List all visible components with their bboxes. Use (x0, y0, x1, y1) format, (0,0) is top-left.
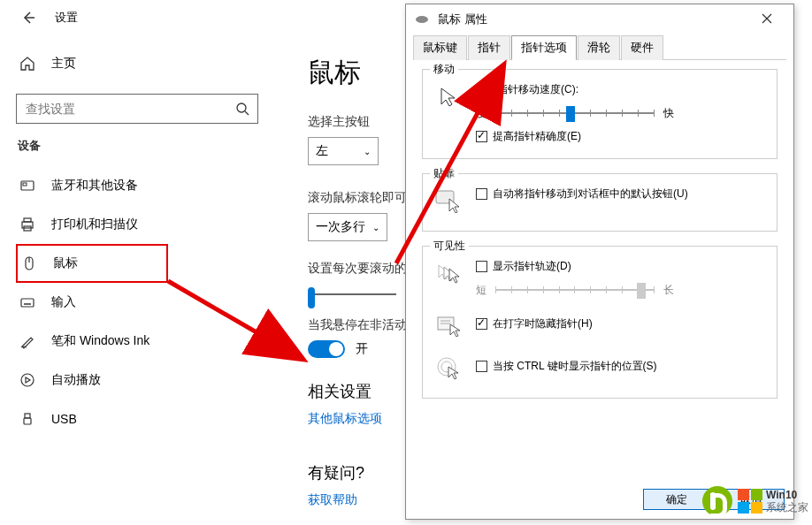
visibility-group-title: 可见性 (430, 239, 469, 254)
home-icon (18, 56, 37, 72)
lines-slider[interactable] (308, 284, 396, 305)
windows-flag-icon (738, 489, 762, 514)
nav-label: 蓝牙和其他设备 (51, 178, 138, 194)
svg-rect-4 (23, 183, 27, 186)
tab-hardware[interactable]: 硬件 (621, 35, 663, 60)
visibility-group: 可见性 显示指针轨迹(D) 短 (422, 246, 778, 399)
sidebar-item-autoplay[interactable]: 自动播放 (16, 361, 274, 399)
nav-list: 蓝牙和其他设备 打印机和扫描仪 鼠标 (16, 166, 274, 438)
search-input[interactable] (17, 95, 227, 123)
snap-group-title: 贴靠 (430, 166, 458, 181)
settings-title: 设置 (55, 10, 78, 26)
sidebar-item-usb[interactable]: USB (16, 399, 274, 438)
printers-icon (18, 217, 37, 232)
sidebar: 主页 设备 蓝牙和其他设备 (0, 35, 283, 525)
long-label: 长 (663, 283, 674, 298)
motion-group: 移动 选择指针移动速度(C): 慢 快 (422, 69, 778, 159)
dialog-title: 鼠标 属性 (438, 11, 749, 27)
select-value: 左 (316, 143, 328, 159)
sidebar-item-pen[interactable]: 笔和 Windows Ink (16, 322, 274, 361)
mouse-small-icon (415, 15, 429, 24)
sidebar-item-typing[interactable]: 输入 (16, 283, 274, 322)
chevron-down-icon: ⌄ (364, 147, 371, 156)
back-button[interactable] (18, 7, 39, 28)
ok-button[interactable]: 确定 (643, 489, 710, 510)
dialog-titlebar[interactable]: 鼠标 属性 (406, 4, 793, 34)
ctrl-locate-label: 当按 CTRL 键时显示指针的位置(S) (493, 359, 657, 374)
hover-toggle[interactable] (308, 340, 345, 358)
svg-point-15 (21, 374, 34, 386)
sidebar-item-printers[interactable]: 打印机和扫描仪 (16, 205, 274, 244)
dialog-body: 移动 选择指针移动速度(C): 慢 快 (406, 60, 793, 443)
select-value: 一次多行 (316, 219, 365, 235)
snap-icon (433, 186, 463, 217)
short-label: 短 (476, 283, 486, 298)
ctrl-locate-checkbox[interactable] (476, 361, 487, 372)
svg-line-2 (245, 111, 249, 115)
scroll-wheel-select[interactable]: 一次多行 ⌄ (308, 213, 387, 241)
close-button[interactable] (749, 11, 785, 27)
primary-button-select[interactable]: 左 ⌄ (308, 137, 379, 165)
trail-icon (433, 259, 463, 289)
enhance-precision-checkbox[interactable] (476, 131, 487, 142)
pointer-speed-slider[interactable] (495, 104, 655, 122)
watermark-logo-icon (702, 486, 732, 516)
hide-typing-icon (433, 311, 463, 341)
snap-checkbox[interactable] (476, 188, 487, 200)
mouse-icon (19, 255, 39, 271)
nav-label: USB (51, 412, 77, 426)
arrow-left-icon (20, 10, 36, 26)
toggle-state: 开 (356, 341, 368, 357)
search-box[interactable] (16, 94, 258, 124)
snap-group: 贴靠 自动将指针移动到对话框中的默认按钮(U) (422, 173, 778, 232)
nav-label: 鼠标 (53, 255, 78, 271)
svg-rect-16 (25, 414, 30, 418)
devices-heading: 设备 (18, 138, 274, 154)
trail-slider (495, 281, 655, 299)
watermark-line2: 系统之家 (766, 501, 808, 514)
svg-rect-10 (21, 299, 34, 307)
motion-text: 选择指针移动速度(C): (476, 82, 766, 97)
fast-label: 快 (663, 106, 674, 121)
nav-label: 笔和 Windows Ink (51, 333, 149, 349)
sidebar-item-bluetooth[interactable]: 蓝牙和其他设备 (16, 166, 274, 205)
search-icon[interactable] (227, 95, 257, 123)
nav-label: 打印机和扫描仪 (51, 217, 138, 232)
tab-strip: 鼠标键 指针 指针选项 滑轮 硬件 (413, 34, 786, 60)
svg-point-18 (416, 16, 428, 23)
watermark-line1: Win10 (766, 489, 808, 501)
hide-typing-label: 在打字时隐藏指针(H) (493, 316, 593, 331)
svg-rect-6 (24, 218, 31, 222)
bluetooth-icon (18, 178, 37, 194)
trail-label: 显示指针轨迹(D) (493, 259, 571, 274)
trail-checkbox[interactable] (476, 261, 487, 272)
snap-label: 自动将指针移动到对话框中的默认按钮(U) (493, 186, 688, 202)
pointer-speed-icon (433, 82, 463, 112)
chevron-down-icon: ⌄ (372, 223, 379, 232)
nav-label: 输入 (51, 294, 76, 310)
enhance-precision-label: 提高指针精确度(E) (493, 129, 581, 144)
home-label: 主页 (51, 56, 76, 72)
usb-icon (18, 411, 37, 427)
watermark: Win10 系统之家 (702, 486, 808, 516)
slow-label: 慢 (476, 106, 486, 121)
home-button[interactable]: 主页 (16, 48, 274, 80)
tab-wheel[interactable]: 滑轮 (578, 35, 620, 60)
sidebar-item-mouse[interactable]: 鼠标 (16, 244, 168, 283)
pen-icon (18, 333, 37, 349)
nav-label: 自动播放 (51, 372, 101, 388)
tab-buttons[interactable]: 鼠标键 (413, 35, 467, 60)
svg-rect-17 (24, 418, 31, 424)
ctrl-locate-icon (433, 354, 463, 384)
autoplay-icon (18, 372, 37, 388)
hide-typing-checkbox[interactable] (476, 318, 487, 330)
svg-point-1 (237, 103, 246, 112)
tab-pointer-options[interactable]: 指针选项 (511, 35, 577, 60)
mouse-properties-dialog: 鼠标 属性 鼠标键 指针 指针选项 滑轮 硬件 移动 选择指针移动速度(C): … (405, 4, 794, 520)
close-icon (762, 13, 772, 24)
motion-group-title: 移动 (430, 62, 458, 77)
typing-icon (18, 294, 37, 310)
tab-pointers[interactable]: 指针 (468, 35, 510, 60)
